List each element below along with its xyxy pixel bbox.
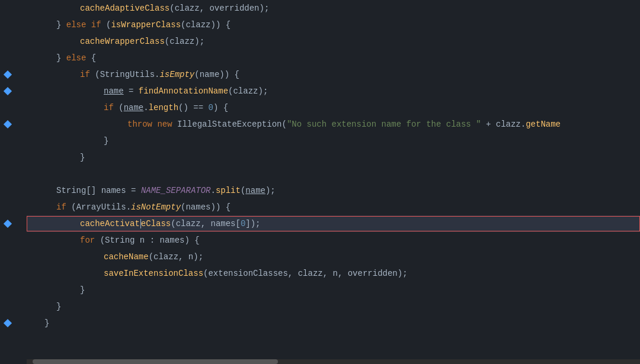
bp-row-4[interactable] xyxy=(0,50,27,66)
code-line-5[interactable]: if (StringUtils.isEmpty(name)) { xyxy=(27,66,640,83)
code-line-8[interactable]: throw new IllegalStateException("No such… xyxy=(27,116,640,133)
code-line-7[interactable]: if (name.length() == 0) { xyxy=(27,99,640,116)
code-line-9[interactable]: } xyxy=(27,133,640,149)
breakpoint-diamond xyxy=(4,87,12,95)
code-text-14: cacheActivateClass(clazz, names[0]); xyxy=(80,219,261,228)
code-line-10[interactable]: } xyxy=(27,149,640,166)
breakpoint-diamond xyxy=(4,70,12,79)
code-text-7: if (name.length() == 0) { xyxy=(104,103,228,112)
bp-row-5[interactable] xyxy=(0,66,27,83)
bp-row-20[interactable] xyxy=(0,315,27,331)
code-text-9: } xyxy=(104,136,108,146)
code-text-12: String[] names = NAME_SEPARATOR.split(na… xyxy=(56,186,276,195)
bp-row-11[interactable] xyxy=(0,166,27,182)
code-line-12[interactable]: String[] names = NAME_SEPARATOR.split(na… xyxy=(27,182,640,199)
bp-row-18[interactable] xyxy=(0,282,27,298)
code-text-18: } xyxy=(80,285,85,295)
code-text-2: } else if (isWrapperClass(clazz)) { xyxy=(56,20,231,30)
code-text-8: throw new IllegalStateException("No such… xyxy=(127,120,561,129)
bp-row-7[interactable] xyxy=(0,99,27,116)
bp-row-19[interactable] xyxy=(0,298,27,315)
code-text-3: cacheWrapperClass(clazz); xyxy=(80,37,204,46)
code-content-area[interactable]: cacheAdaptiveClass(clazz, overridden); }… xyxy=(27,0,640,364)
bp-row-6[interactable] xyxy=(0,83,27,99)
code-line-6[interactable]: name = findAnnotationName(clazz); xyxy=(27,83,640,99)
code-line-2[interactable]: } else if (isWrapperClass(clazz)) { xyxy=(27,17,640,33)
horizontal-scrollbar[interactable] xyxy=(27,359,640,364)
code-text-15: for (String n : names) { xyxy=(80,236,200,245)
breakpoint-diamond xyxy=(4,120,12,128)
bp-row-15[interactable] xyxy=(0,232,27,249)
code-line-3[interactable]: cacheWrapperClass(clazz); xyxy=(27,33,640,50)
bp-row-3[interactable] xyxy=(0,33,27,50)
code-lines: cacheAdaptiveClass(clazz, overridden); }… xyxy=(27,0,640,331)
bp-row-16[interactable] xyxy=(0,249,27,265)
code-line-1[interactable]: cacheAdaptiveClass(clazz, overridden); xyxy=(27,0,640,17)
code-text-6: name = findAnnotationName(clazz); xyxy=(104,86,268,96)
bp-row-2[interactable] xyxy=(0,17,27,33)
code-editor: cacheAdaptiveClass(clazz, overridden); }… xyxy=(0,0,640,364)
code-line-13[interactable]: if (ArrayUtils.isNotEmpty(names)) { xyxy=(27,199,640,215)
code-line-16[interactable]: cacheName(clazz, n); xyxy=(27,249,640,265)
code-text-16: cacheName(clazz, n); xyxy=(104,252,203,262)
code-text-10: } xyxy=(80,153,85,162)
code-text-13: if (ArrayUtils.isNotEmpty(names)) { xyxy=(56,202,231,212)
code-line-19[interactable]: } xyxy=(27,298,640,315)
editor-gutter xyxy=(0,0,27,364)
bp-row-12[interactable] xyxy=(0,182,27,199)
code-text-5: if (StringUtils.isEmpty(name)) { xyxy=(80,70,239,79)
code-text-20: } xyxy=(44,318,49,328)
bp-row-14[interactable] xyxy=(0,215,27,232)
code-line-17[interactable]: saveInExtensionClass(extensionClasses, c… xyxy=(27,265,640,282)
code-text-1: cacheAdaptiveClass(clazz, overridden); xyxy=(80,4,269,13)
code-text-11 xyxy=(33,169,37,179)
code-line-4[interactable]: } else { xyxy=(27,50,640,66)
bp-row-8[interactable] xyxy=(0,116,27,133)
bp-row-1[interactable] xyxy=(0,0,27,17)
code-line-15[interactable]: for (String n : names) { xyxy=(27,232,640,249)
code-line-20[interactable]: } xyxy=(27,315,640,331)
bp-row-13[interactable] xyxy=(0,199,27,215)
breakpoint-area xyxy=(0,0,27,331)
code-text-4: } else { xyxy=(56,53,96,63)
code-text-19: } xyxy=(56,302,61,311)
code-line-11[interactable] xyxy=(27,166,640,182)
bp-row-17[interactable] xyxy=(0,265,27,282)
breakpoint-diamond xyxy=(4,319,12,327)
scrollbar-thumb[interactable] xyxy=(33,359,278,364)
code-line-18[interactable]: } xyxy=(27,282,640,298)
breakpoint-diamond xyxy=(4,220,12,228)
bp-row-9[interactable] xyxy=(0,133,27,149)
code-text-17: saveInExtensionClass(extensionClasses, c… xyxy=(104,269,408,278)
code-line-14-highlighted[interactable]: cacheActivateClass(clazz, names[0]); xyxy=(27,215,640,232)
bp-row-10[interactable] xyxy=(0,149,27,166)
